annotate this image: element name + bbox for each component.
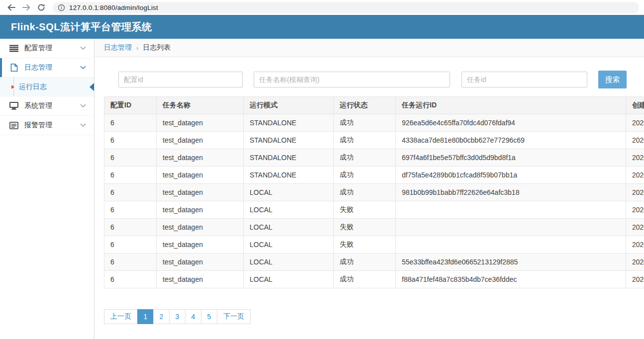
cell-created: 2020: [626, 271, 644, 288]
monitor-icon: [9, 102, 19, 110]
table-row: 6test_datagenSTANDALONE成功df75fa5e4289b0b…: [104, 167, 644, 184]
url-bar[interactable]: 127.0.0.1:8080/admin/logList: [53, 2, 639, 13]
pagination-next-button[interactable]: 下一页: [217, 309, 251, 324]
cell-run_mode: STANDALONE: [244, 132, 334, 149]
cell-task_run_id: [396, 201, 626, 219]
cell-run_mode: STANDALONE: [244, 114, 334, 132]
cell-config_id: 6: [104, 184, 157, 201]
cell-task_run_id: 697f4a6f1be5e57bffc3d0d5d9bd8f1a: [396, 149, 626, 167]
cell-config_id: 6: [104, 167, 157, 184]
cell-created: 2020: [626, 114, 644, 132]
table-row: 6test_datagenSTANDALONE成功4338aca7de81e80…: [104, 132, 644, 149]
cell-run_mode: LOCAL: [244, 254, 334, 271]
cell-run_status: 成功: [334, 149, 396, 167]
sidebar-item-label: 报警管理: [24, 121, 52, 130]
cell-run_status: 失败: [334, 236, 396, 254]
chevron-down-icon: [80, 46, 86, 50]
cell-run_status: 失败: [334, 219, 396, 236]
column-header: 运行状态: [334, 97, 396, 114]
pagination-page-2[interactable]: 2: [153, 309, 170, 324]
cell-run_status: 成功: [334, 167, 396, 184]
cell-task_run_id: 4338aca7de81e80b0cbb627e77296c69: [396, 132, 626, 149]
cell-run_mode: LOCAL: [244, 236, 334, 254]
table-row: 6test_datagenLOCAL失败2020: [104, 236, 644, 254]
url-text: 127.0.0.1:8080/admin/logList: [69, 4, 158, 11]
table-row: 6test_datagenLOCAL成功f88a471fef48a7c835b4…: [104, 271, 644, 288]
cell-task_run_id: f88a471fef48a7c835b4db7ce36fddec: [396, 271, 626, 288]
cell-config_id: 6: [104, 114, 157, 132]
breadcrumb-current: 日志列表: [143, 43, 171, 52]
cell-task_name: test_datagen: [157, 114, 244, 132]
table-row: 6test_datagenSTANDALONE成功926ea5d6e4c65ff…: [104, 114, 644, 132]
task-id-input[interactable]: [461, 72, 587, 87]
table-row: 6test_datagenLOCAL失败2020: [104, 201, 644, 219]
forward-icon[interactable]: [20, 1, 33, 14]
sidebar-item-label: 配置管理: [24, 44, 52, 53]
pagination-prev-button[interactable]: 上一页: [104, 309, 138, 324]
sidebar-item-label: 日志管理: [24, 63, 52, 72]
reload-icon[interactable]: [35, 1, 48, 14]
cell-run_status: 成功: [334, 271, 396, 288]
cell-run_mode: LOCAL: [244, 219, 334, 236]
cell-created: 2020: [626, 132, 644, 149]
main-content: 搜索 配置ID任务名称运行模式运行状态任务运行ID创建时间 6test_data…: [94, 57, 644, 339]
chevron-down-icon: [80, 123, 86, 127]
cell-run_status: 成功: [334, 254, 396, 271]
caret-right-icon: [11, 85, 14, 89]
cell-task_run_id: 926ea5d6e4c65ffa70fdc4d076fdaf94: [396, 114, 626, 132]
cell-config_id: 6: [104, 271, 157, 288]
table-row: 6test_datagenLOCAL失败2020: [104, 219, 644, 236]
cell-task_name: test_datagen: [157, 149, 244, 167]
cell-config_id: 6: [104, 254, 157, 271]
sidebar-subitem-run-log[interactable]: 运行日志: [0, 78, 94, 96]
cell-config_id: 6: [104, 201, 157, 219]
cell-created: 2020: [626, 201, 644, 219]
table-row: 6test_datagenLOCAL成功981b0b99b1babb7ff226…: [104, 184, 644, 201]
search-button[interactable]: 搜索: [598, 71, 627, 88]
column-header: 任务运行ID: [396, 97, 626, 114]
pagination-page-1[interactable]: 1: [137, 309, 154, 324]
cell-run_status: 成功: [334, 132, 396, 149]
search-bar: 搜索: [104, 71, 644, 88]
cell-task_run_id: [396, 236, 626, 254]
cell-config_id: 6: [104, 149, 157, 167]
sidebar: 配置管理日志管理运行日志系统管理报警管理: [0, 39, 94, 339]
app-title: Flink-SQL流计算平台管理系统: [0, 20, 152, 34]
sidebar-item-system-management[interactable]: 系统管理: [0, 96, 94, 116]
cell-task_name: test_datagen: [157, 132, 244, 149]
pagination-page-3[interactable]: 3: [169, 309, 185, 324]
cell-task_name: test_datagen: [157, 167, 244, 184]
site-info-icon[interactable]: [58, 4, 65, 11]
sidebar-subitem-label: 运行日志: [19, 83, 47, 91]
cell-run_status: 成功: [334, 184, 396, 201]
log-table-container: 配置ID任务名称运行模式运行状态任务运行ID创建时间 6test_datagen…: [104, 96, 644, 288]
table-header-row: 配置ID任务名称运行模式运行状态任务运行ID创建时间: [104, 97, 644, 114]
pagination-page-4[interactable]: 4: [185, 309, 201, 324]
config-id-input[interactable]: [118, 72, 243, 87]
breadcrumb-link-log-management[interactable]: 日志管理: [104, 43, 132, 52]
chevron-down-icon: [80, 104, 86, 108]
cell-task_name: test_datagen: [157, 236, 244, 254]
sidebar-item-config-management[interactable]: 配置管理: [0, 39, 94, 58]
cell-task_name: test_datagen: [157, 184, 244, 201]
chevron-down-icon: [80, 66, 86, 70]
pagination-page-5[interactable]: 5: [201, 309, 217, 324]
task-name-input[interactable]: [254, 72, 450, 87]
browser-toolbar: 127.0.0.1:8080/admin/logList: [0, 0, 644, 15]
back-icon[interactable]: [5, 1, 18, 14]
file-icon: [9, 63, 19, 72]
cell-config_id: 6: [104, 132, 157, 149]
sidebar-item-log-management[interactable]: 日志管理: [0, 58, 94, 78]
breadcrumb: 日志管理 › 日志列表: [94, 39, 644, 57]
cell-task_run_id: 55e33bffea423fd6e0665213129f2885: [396, 254, 626, 271]
column-header: 运行模式: [244, 97, 334, 114]
cell-created: 2020: [626, 236, 644, 254]
cell-run_status: 失败: [334, 201, 396, 219]
active-marker-icon: [90, 83, 94, 91]
breadcrumb-separator-icon: ›: [136, 44, 138, 52]
cell-created: 2020: [626, 219, 644, 236]
list-icon: [9, 45, 19, 52]
list-alt-icon: [9, 122, 19, 129]
sidebar-item-alert-management[interactable]: 报警管理: [0, 116, 94, 135]
cell-task_run_id: [396, 219, 626, 236]
